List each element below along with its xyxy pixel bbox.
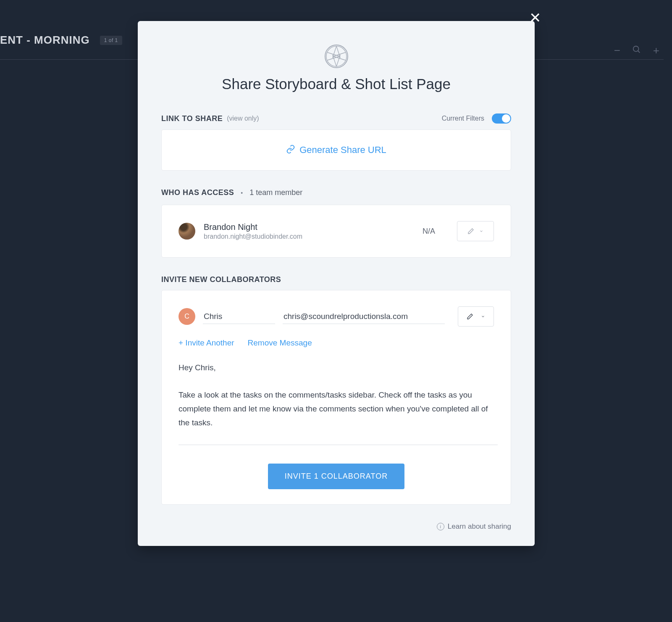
invite-permission-dropdown[interactable] [458, 306, 494, 327]
share-modal: Share Storyboard & Shot List Page LINK T… [138, 21, 535, 546]
invite-label: INVITE NEW COLLABORATORS [161, 275, 281, 284]
bg-scene-heading: ENT - MORNING [0, 34, 90, 47]
aperture-icon [325, 45, 348, 68]
chevron-down-icon [481, 314, 485, 319]
svg-point-0 [633, 46, 639, 52]
collaborator-name-input[interactable] [203, 309, 275, 324]
invite-links-row: + Invite Another Remove Message [178, 338, 494, 348]
learn-about-sharing-link[interactable]: i Learn about sharing [161, 522, 511, 531]
bullet: • [241, 190, 243, 196]
modal-title: Share Storyboard & Shot List Page [161, 76, 511, 92]
invite-heading: INVITE NEW COLLABORATORS [161, 275, 511, 284]
chevron-down-icon [479, 229, 483, 233]
learn-text: Learn about sharing [448, 522, 511, 531]
generate-url-button[interactable]: Generate Share URL [161, 129, 511, 171]
svg-point-2 [326, 46, 346, 66]
info-icon: i [437, 523, 444, 530]
minus-icon[interactable]: − [614, 44, 620, 57]
access-heading: WHO HAS ACCESS • 1 team member [161, 188, 511, 197]
link-label: LINK TO SHARE [161, 114, 223, 123]
invite-row: C [178, 306, 494, 327]
collaborator-email-input[interactable] [283, 309, 445, 324]
link-section-heading: LINK TO SHARE (view only) Current Filter… [161, 113, 511, 124]
current-filters-toggle[interactable] [492, 113, 511, 124]
avatar [178, 223, 195, 240]
generate-url-text: Generate Share URL [299, 145, 386, 156]
link-hint: (view only) [227, 115, 259, 122]
bg-icons: − + [614, 44, 659, 57]
svg-line-1 [638, 51, 640, 53]
plus-icon[interactable]: + [653, 44, 659, 57]
member-name: Brandon Night [204, 222, 302, 232]
modal-header: Share Storyboard & Shot List Page [161, 45, 511, 92]
invite-another-link[interactable]: + Invite Another [178, 338, 234, 348]
search-icon[interactable] [632, 44, 641, 57]
permission-dropdown[interactable] [457, 221, 494, 241]
pencil-icon [467, 228, 474, 235]
invite-collaborator-button[interactable]: INVITE 1 COLLABORATOR [268, 464, 404, 489]
access-member-row: Brandon Night brandon.night@studiobinder… [161, 205, 511, 258]
team-count: 1 team member [249, 188, 302, 197]
pencil-icon [467, 313, 473, 320]
bg-badge: 1 of 1 [100, 36, 122, 45]
member-status: N/A [423, 227, 435, 236]
remove-message-link[interactable]: Remove Message [248, 338, 312, 348]
avatar-initial: C [178, 308, 195, 325]
access-label: WHO HAS ACCESS [161, 188, 234, 197]
invite-card: C + Invite Another Remove Message INVITE… [161, 290, 511, 505]
close-icon[interactable]: ✕ [529, 11, 541, 25]
member-email: brandon.night@studiobinder.com [204, 233, 302, 240]
filter-label: Current Filters [442, 115, 484, 122]
message-textarea[interactable] [178, 361, 498, 445]
link-icon [286, 145, 295, 156]
